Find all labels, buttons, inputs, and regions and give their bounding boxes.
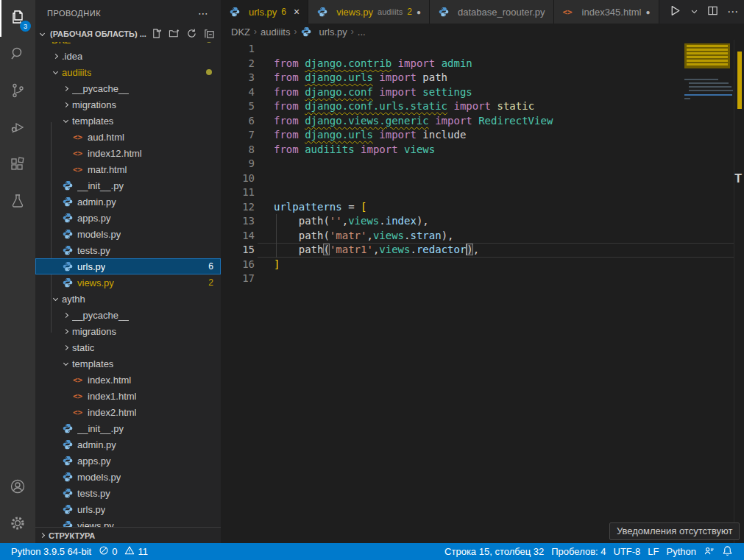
collapse-all-icon[interactable] bbox=[204, 28, 215, 40]
tree-file-views.py[interactable]: views.py bbox=[35, 517, 221, 527]
tree-folder-__pycache__[interactable]: __pycache__ bbox=[35, 307, 221, 323]
source-control-view-button[interactable] bbox=[0, 74, 35, 110]
eol-item[interactable]: LF bbox=[644, 546, 662, 557]
breadcrumb-separator-icon: › bbox=[351, 26, 354, 37]
tree-file-apps.py[interactable]: apps.py bbox=[35, 453, 221, 469]
explorer-sidebar: ПРОВОДНИК ⋯ (РАБОЧАЯ ОБЛАСТЬ) ... bbox=[35, 0, 221, 543]
settings-button[interactable] bbox=[0, 506, 35, 543]
tree-file-urls.py[interactable]: urls.py bbox=[35, 501, 221, 517]
cursor-position-item[interactable]: Строка 15, столбец 32 bbox=[441, 546, 548, 557]
tab-views.py[interactable]: views.pyaudiiits2● bbox=[308, 0, 430, 24]
new-folder-icon[interactable] bbox=[169, 28, 180, 40]
editor-scrollbar[interactable]: T bbox=[734, 40, 744, 543]
code-line-14[interactable]: 14 path('matr',views.stran), bbox=[221, 229, 744, 244]
tree-file-apps.py[interactable]: apps.py bbox=[35, 210, 221, 226]
code-text: path('matr',views.stran), bbox=[274, 229, 453, 244]
code-token: django.conf.urls.static bbox=[305, 100, 447, 112]
breadcrumb-item-DKZ[interactable]: DKZ bbox=[231, 26, 250, 38]
tree-file-aud.html[interactable]: <>aud.html bbox=[35, 129, 221, 145]
feedback-item[interactable] bbox=[700, 545, 718, 559]
tree-file-models.py[interactable]: models.py bbox=[35, 469, 221, 485]
run-python-file-button[interactable] bbox=[669, 4, 681, 20]
language-mode-item[interactable]: Python bbox=[663, 546, 700, 557]
tree-folder-__pycache__[interactable]: __pycache__ bbox=[35, 80, 221, 96]
code-line-17[interactable]: 17 bbox=[221, 272, 744, 286]
tree-folder-aythh[interactable]: aythh bbox=[35, 291, 221, 307]
tree-file-admin.py[interactable]: admin.py bbox=[35, 436, 221, 453]
explorer-more-actions[interactable]: ⋯ bbox=[198, 7, 209, 19]
notifications-bell-item[interactable] bbox=[718, 545, 737, 559]
code-line-9[interactable]: 9 bbox=[221, 157, 744, 171]
code-line-12[interactable]: 12urlpatterns = [ bbox=[221, 200, 744, 215]
tree-file-admin.py[interactable]: admin.py bbox=[35, 194, 221, 210]
tree-file-__init__.py[interactable]: __init__.py bbox=[35, 177, 221, 194]
breadcrumb-item-audiiits[interactable]: audiiits bbox=[261, 26, 290, 38]
extensions-view-button[interactable] bbox=[0, 147, 35, 184]
tree-folder-templates[interactable]: templates bbox=[35, 355, 221, 372]
code-line-8[interactable]: 8from audiiits import views bbox=[221, 143, 744, 157]
minimap-current-line bbox=[684, 94, 732, 96]
breadcrumb-item-...[interactable]: ... bbox=[358, 26, 366, 38]
tree-file-tests.py[interactable]: tests.py bbox=[35, 242, 221, 258]
code-line-16[interactable]: 16] bbox=[221, 258, 744, 272]
tree-file-urls.py[interactable]: urls.py6 bbox=[35, 258, 221, 274]
explorer-view-button[interactable]: 3 bbox=[0, 0, 35, 37]
close-icon[interactable]: × bbox=[294, 6, 300, 18]
tree-file-index.html[interactable]: <>index.html bbox=[35, 372, 221, 388]
search-view-button[interactable] bbox=[0, 37, 35, 74]
code-text: ] bbox=[274, 258, 280, 272]
python-interpreter-item[interactable]: Python 3.9.5 64-bit bbox=[7, 543, 95, 560]
code-line-15[interactable]: 15 path('matr1',views.redactor), bbox=[221, 243, 744, 258]
tab-index345.html[interactable]: <>index345.html● bbox=[554, 0, 659, 24]
indentation-item[interactable]: Пробелов: 4 bbox=[548, 546, 609, 557]
run-dropdown-icon[interactable] bbox=[690, 5, 698, 18]
problems-item[interactable]: 0 11 bbox=[95, 543, 152, 560]
code-token bbox=[299, 71, 305, 83]
code-line-13[interactable]: 13 path('',views.index), bbox=[221, 214, 744, 229]
code-line-1[interactable]: 1 bbox=[221, 42, 744, 57]
code-line-10[interactable]: 10 bbox=[221, 171, 744, 186]
tree-file-tests.py[interactable]: tests.py bbox=[35, 485, 221, 501]
tab-label: urls.py bbox=[249, 7, 277, 18]
split-editor-icon[interactable] bbox=[707, 5, 718, 19]
encoding-item[interactable]: UTF-8 bbox=[610, 546, 645, 557]
code-token: import bbox=[379, 129, 417, 141]
tree-file-models.py[interactable]: models.py bbox=[35, 226, 221, 242]
tree-file-index1.html[interactable]: <>index1.html bbox=[35, 388, 221, 404]
code-line-11[interactable]: 11 bbox=[221, 185, 744, 200]
run-debug-view-button[interactable] bbox=[0, 110, 35, 147]
testing-view-button[interactable] bbox=[0, 184, 35, 221]
tree-folder-templates[interactable]: templates bbox=[35, 113, 221, 129]
code-token: import bbox=[361, 143, 398, 155]
tree-item-label: index1.html bbox=[88, 391, 136, 402]
accounts-button[interactable] bbox=[0, 469, 35, 506]
more-actions-icon[interactable]: ⋯ bbox=[727, 5, 738, 18]
refresh-icon[interactable] bbox=[186, 28, 197, 40]
tree-file-index12.html[interactable]: <>index12.html bbox=[35, 145, 221, 161]
tree-folder-.idea[interactable]: .idea bbox=[35, 48, 221, 64]
tree-folder-static[interactable]: static bbox=[35, 339, 221, 355]
code-line-4[interactable]: 4from django.conf import settings bbox=[221, 85, 744, 100]
tree-folder-audiiits[interactable]: audiiits bbox=[35, 64, 221, 80]
code-line-5[interactable]: 5from django.conf.urls.static import sta… bbox=[221, 99, 744, 114]
tab-database_roouter.py[interactable]: database_roouter.py bbox=[430, 0, 554, 24]
tree-file-matr.html[interactable]: <>matr.html bbox=[35, 161, 221, 177]
tab-urls.py[interactable]: urls.py6× bbox=[221, 0, 308, 24]
tree-file-__init__.py[interactable]: __init__.py bbox=[35, 420, 221, 436]
tree-file-index2.html[interactable]: <>index2.html bbox=[35, 404, 221, 420]
workspace-section-header[interactable]: (РАБОЧАЯ ОБЛАСТЬ) ... bbox=[35, 26, 221, 42]
tree-file-views.py[interactable]: views.py2 bbox=[35, 274, 221, 291]
tree-folder-migrations[interactable]: migrations bbox=[35, 96, 221, 113]
code-line-3[interactable]: 3from django.urls import path bbox=[221, 71, 744, 85]
code-area[interactable]: 12from django.contrib import admin3from … bbox=[221, 40, 744, 543]
code-line-6[interactable]: 6from django.views.generic import Redire… bbox=[221, 114, 744, 129]
outline-section-header[interactable]: СТРУКТУРА bbox=[35, 527, 221, 543]
code-line-2[interactable]: 2from django.contrib import admin bbox=[221, 57, 744, 71]
breadcrumb-item-urls.py[interactable]: urls.py bbox=[300, 26, 347, 38]
tree-folder-migrations[interactable]: migrations bbox=[35, 323, 221, 339]
code-line-7[interactable]: 7from django.urls import include bbox=[221, 128, 744, 143]
minimap[interactable] bbox=[684, 40, 732, 151]
new-file-icon[interactable] bbox=[151, 28, 162, 40]
code-token: views bbox=[348, 215, 379, 227]
tree-folder-DKZ[interactable]: DKZ bbox=[35, 42, 221, 48]
